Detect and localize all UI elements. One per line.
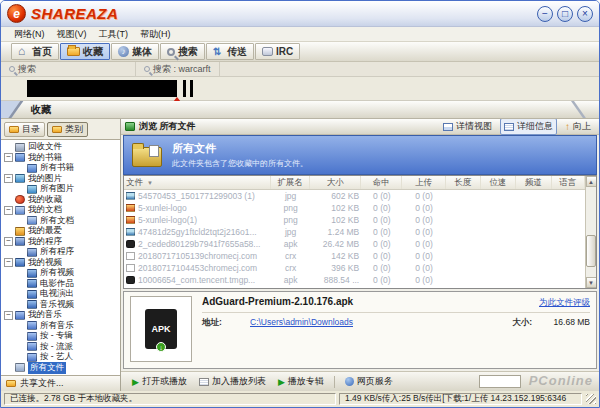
details-view-label: 详情视图	[456, 120, 492, 133]
apk-file-icon: APK ↓	[145, 309, 177, 349]
column-header-0[interactable]: 文件▼	[124, 176, 271, 189]
expand-toggle-icon[interactable]: −	[4, 258, 13, 267]
actions-toolbar: ▶打开或播放加入播放列表▶播放专辑网页服务 PConline	[121, 371, 599, 391]
column-header-4[interactable]: 上传	[402, 176, 445, 189]
menu-item-network[interactable]: 网络(N)	[9, 28, 50, 41]
browse-title: 浏览 所有文件	[139, 120, 196, 133]
file-hits-cell: 0 (0)	[361, 239, 402, 249]
file-hits-cell: 0 (0)	[361, 275, 402, 285]
table-row[interactable]: 10006654_com.tencent.tmgp...apk888.54 ..…	[124, 274, 585, 286]
rate-file-link[interactable]: 为此文件评级	[539, 297, 590, 309]
table-row[interactable]: 20180717104453chromecj.comcrx396 KB0 (0)…	[124, 262, 585, 274]
table-row[interactable]: 2_ceded80129b7941f7655a58...apk26.42 MB0…	[124, 238, 585, 250]
file-name: 20180717104453chromecj.com	[138, 263, 257, 273]
close-button[interactable]: ×	[577, 6, 593, 22]
home-icon	[18, 46, 29, 57]
music-folder-icon	[27, 342, 37, 351]
file-name-cell: 47481d25gy1ftcld2tqt2j216o1...	[124, 227, 271, 237]
file-name-cell: 20180717104453chromecj.com	[124, 263, 271, 273]
minimize-button[interactable]: −	[537, 6, 553, 22]
table-row[interactable]: 47481d25gy1ftcld2tqt2j216o1...jpg1.24 MB…	[124, 226, 585, 238]
music-folder-icon	[27, 332, 37, 341]
address-link[interactable]: C:\Users\admin\Downloads	[250, 317, 353, 327]
scrollbar-track[interactable]	[586, 187, 596, 277]
tree-item-recycled-files[interactable]: 回收文件	[4, 142, 120, 153]
toolbar-button-library[interactable]: 收藏	[60, 43, 110, 60]
file-hits-cell: 0 (0)	[361, 227, 402, 237]
vertical-scrollbar[interactable]: ▲ ▼	[585, 176, 596, 288]
tree-item-music-videos[interactable]: 音乐视频	[4, 300, 120, 311]
resize-grip[interactable]	[586, 394, 596, 404]
scrollbar-thumb[interactable]	[586, 235, 596, 267]
videos-folder-icon	[27, 279, 37, 288]
menu-item-tools[interactable]: 工具(T)	[94, 28, 134, 41]
column-header-5[interactable]: 长度	[446, 176, 481, 189]
file-name: 47481d25gy1ftcld2tqt2j216o1...	[138, 227, 257, 237]
expand-toggle-icon[interactable]: −	[4, 237, 13, 246]
file-size-cell: 602 KB	[310, 191, 361, 201]
expand-toggle-icon[interactable]: −	[4, 206, 13, 215]
open-or-play-button[interactable]: ▶打开或播放	[127, 374, 192, 389]
add-to-playlist-button[interactable]: 加入播放列表	[194, 374, 271, 389]
tree-item-my-collection[interactable]: 我的收藏	[4, 195, 120, 206]
tree-item-all-images[interactable]: 所有图片	[4, 184, 120, 195]
shareaza-window: e SHAREAZA − □ × 网络(N)视图(V)工具(T)帮助(H) 首页…	[0, 0, 600, 408]
menu-item-view[interactable]: 视图(V)	[52, 28, 92, 41]
toolbar-button-home[interactable]: 首页	[11, 43, 59, 60]
filter-input[interactable]	[479, 375, 521, 388]
play-album-button[interactable]: ▶播放专辑	[273, 374, 329, 389]
scroll-down-icon[interactable]: ▼	[586, 277, 597, 288]
column-header-1[interactable]: 扩展名	[271, 176, 310, 189]
table-row[interactable]: 20180717105139chromecj.comcrx142 KB0 (0)…	[124, 250, 585, 262]
expand-toggle-icon[interactable]: −	[4, 311, 13, 320]
file-name-cell: 2_ceded80129b7941f7655a58...	[124, 239, 271, 249]
tab-directory[interactable]: 目录	[4, 122, 45, 137]
file-uploads-cell: 0 (0)	[402, 203, 445, 213]
tree-item-all-files[interactable]: 所有文件	[4, 363, 120, 374]
file-detail-body: AdGuard-Premium-2.10.176.apk 为此文件评级 地址: …	[202, 296, 590, 364]
table-row[interactable]: 54570453_1501771299003 (1)jpg602 KB0 (0)…	[124, 190, 585, 202]
table-header-row: 文件▼扩展名大小命中上传长度位速频道语言	[124, 176, 596, 190]
play-icon: ▶	[278, 377, 285, 387]
file-size-cell: 26.42 MB	[310, 239, 361, 249]
table-row[interactable]: 5-xunlei-logo(1)png102 KB0 (0)0 (0)	[124, 214, 585, 226]
maximize-button[interactable]: □	[557, 6, 573, 22]
shared-files-button[interactable]: 共享文件...	[1, 375, 120, 391]
column-header-3[interactable]: 命中	[361, 176, 402, 189]
tab-category[interactable]: 类别	[47, 122, 88, 137]
tree-item-my-favorites[interactable]: 我的最爱	[4, 226, 120, 237]
search-warcarft-tab[interactable]: 搜索 : warcarft	[136, 62, 220, 76]
redacted-block	[27, 80, 177, 97]
menu-item-help[interactable]: 帮助(H)	[135, 28, 176, 41]
music-folder-icon	[27, 321, 37, 330]
detailed-info-button[interactable]: 详细信息	[500, 119, 557, 135]
scroll-up-icon[interactable]: ▲	[586, 176, 597, 187]
details-view-button[interactable]: 详情视图	[439, 119, 496, 135]
file-hits-cell: 0 (0)	[361, 251, 402, 261]
web-services-label: 网页服务	[357, 375, 393, 388]
tree-item-all-programs[interactable]: 所有程序	[4, 247, 120, 258]
toolbar-button-transfers[interactable]: 传送	[206, 43, 254, 60]
media-icon	[118, 46, 129, 57]
search-tab[interactable]: 搜索	[1, 62, 136, 76]
folder-icon	[9, 126, 19, 133]
redacted-strip	[1, 77, 599, 101]
up-button[interactable]: ↑ 向上	[561, 119, 595, 135]
search-warcarft-tab-label: 搜索 : warcarft	[153, 63, 211, 76]
expand-toggle-icon[interactable]: −	[4, 153, 13, 162]
tree-item-all-books[interactable]: 所有书籍	[4, 163, 120, 174]
web-services-button[interactable]: 网页服务	[340, 374, 398, 389]
expand-toggle-icon[interactable]: −	[4, 174, 13, 183]
toolbar-button-search[interactable]: 搜索	[160, 43, 205, 60]
column-header-8[interactable]: 语言	[552, 176, 585, 189]
band-diagonal-decoration	[1, 101, 27, 119]
table-row[interactable]: 5-xunlei-logopng102 KB0 (0)0 (0)	[124, 202, 585, 214]
column-header-2[interactable]: 大小	[310, 176, 361, 189]
toolbar-button-media[interactable]: 媒体	[111, 43, 159, 60]
tab-directory-label: 目录	[22, 123, 40, 136]
file-size-cell: 142 KB	[310, 251, 361, 261]
column-header-7[interactable]: 频道	[516, 176, 551, 189]
toolbar-button-irc[interactable]: IRC	[255, 43, 300, 60]
tree-item-all-documents[interactable]: 所有文档	[4, 216, 120, 227]
column-header-6[interactable]: 位速	[481, 176, 516, 189]
